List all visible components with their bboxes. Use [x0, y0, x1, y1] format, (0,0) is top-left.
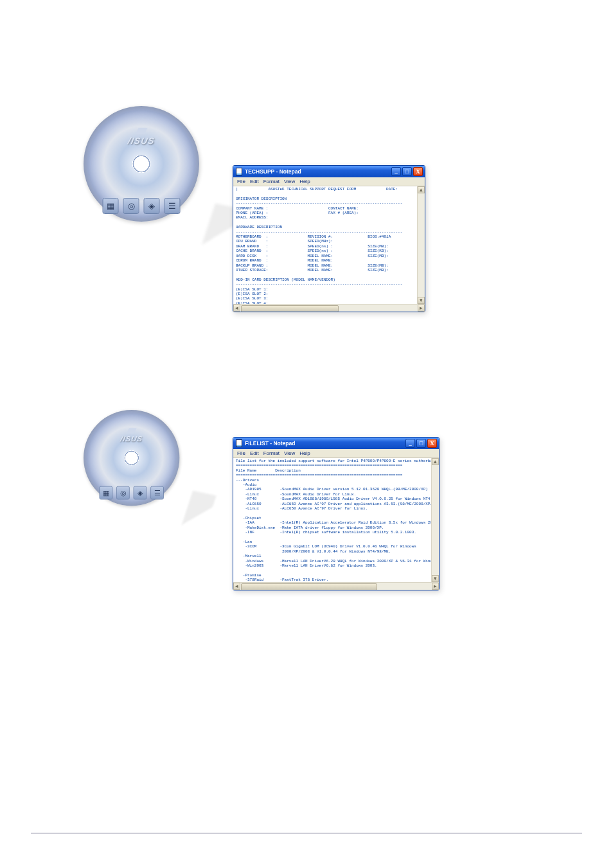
- cd-icon-1: ▦: [99, 486, 112, 500]
- cd-icon-4: ☰: [150, 486, 164, 500]
- scroll-right-icon[interactable]: ▸: [418, 305, 425, 312]
- asus-brand-text: /ISUS: [127, 136, 155, 146]
- close-button[interactable]: X: [413, 167, 423, 176]
- asus-brand-text: /ISUS: [120, 434, 143, 443]
- cd-shadow: [178, 491, 217, 542]
- techsupp-notepad-window: TECHSUPP - Notepad _ □ X File Edit Forma…: [233, 165, 425, 312]
- cd-icon-4: ☰: [164, 198, 181, 214]
- notepad-icon: [236, 439, 242, 447]
- menu-edit[interactable]: Edit: [249, 450, 260, 456]
- text-area[interactable]: | ASUSTeK TECHNICAL SUPPORT REQUEST FORM…: [233, 186, 425, 312]
- cd-icon-2: ◎: [123, 198, 139, 214]
- cd-icon-3: ◈: [134, 486, 147, 500]
- scroll-right-icon[interactable]: ▸: [432, 583, 439, 590]
- titlebar[interactable]: FILELIST - Notepad _ □ X: [233, 438, 439, 449]
- scroll-down-icon[interactable]: ▾: [432, 575, 439, 582]
- scroll-left-icon[interactable]: ◂: [233, 583, 240, 590]
- maximize-button[interactable]: □: [402, 167, 412, 176]
- close-button[interactable]: X: [427, 439, 437, 448]
- menu-format[interactable]: Format: [262, 450, 281, 456]
- techsupp-section: /ISUS ▦ ◎ ◈ ☰ TECHSUPP - Notepad _ □ X F: [84, 106, 199, 224]
- menu-edit[interactable]: Edit: [249, 179, 260, 184]
- h-scrollbar[interactable]: ◂ ▸: [233, 582, 439, 590]
- scroll-down-icon[interactable]: ▾: [418, 297, 425, 304]
- bottom-rule: [31, 833, 582, 834]
- asus-wing-icon: [136, 128, 148, 134]
- scroll-up-icon[interactable]: ▴: [418, 186, 425, 193]
- cd-icon-1: ▦: [103, 198, 119, 214]
- menu-view[interactable]: View: [283, 450, 296, 456]
- filelist-notepad-window: FILELIST - Notepad _ □ X File Edit Forma…: [233, 437, 440, 590]
- cd-icon-bar: ▦ ◎ ◈ ☰: [103, 198, 181, 214]
- asus-logo: /ISUS: [128, 128, 155, 146]
- scroll-up-icon[interactable]: ▴: [432, 458, 439, 465]
- minimize-button[interactable]: _: [405, 439, 415, 448]
- menu-file[interactable]: File: [236, 450, 247, 456]
- menu-bar: File Edit Format View Help: [233, 449, 439, 458]
- maximize-button[interactable]: □: [416, 439, 426, 448]
- cd-icon-2: ◎: [116, 486, 130, 500]
- asus-wing-icon: [127, 428, 136, 433]
- notepad-icon: [236, 168, 242, 175]
- scroll-left-icon[interactable]: ◂: [233, 305, 240, 312]
- menu-bar: File Edit Format View Help: [233, 177, 425, 186]
- menu-help[interactable]: Help: [298, 450, 311, 456]
- cd-icon-bar: ▦ ◎ ◈ ☰: [99, 486, 163, 500]
- menu-help[interactable]: Help: [298, 179, 311, 184]
- cd-disc: /ISUS ▦ ◎ ◈ ☰: [84, 410, 179, 506]
- support-cd-graphic-2: /ISUS ▦ ◎ ◈ ☰: [84, 410, 179, 506]
- minimize-button[interactable]: _: [391, 167, 401, 176]
- h-scroll-thumb[interactable]: [241, 305, 339, 312]
- h-scroll-thumb[interactable]: [241, 583, 377, 590]
- v-scrollbar[interactable]: ▴ ▾: [431, 458, 439, 582]
- techsupp-text: | ASUSTeK TECHNICAL SUPPORT REQUEST FORM…: [236, 187, 421, 306]
- h-scrollbar[interactable]: ◂ ▸: [233, 304, 425, 312]
- support-cd-graphic: /ISUS ▦ ◎ ◈ ☰: [84, 106, 199, 222]
- menu-format[interactable]: Format: [262, 179, 281, 184]
- filelist-text: File list for the included support softw…: [236, 459, 435, 590]
- cd-icon-3: ◈: [144, 198, 160, 214]
- titlebar[interactable]: TECHSUPP - Notepad _ □ X: [233, 166, 425, 177]
- menu-view[interactable]: View: [283, 179, 296, 184]
- filelist-section: /ISUS ▦ ◎ ◈ ☰ FILELIST - Notepad _ □ X F: [84, 410, 199, 528]
- asus-logo: /ISUS: [120, 428, 143, 443]
- text-area[interactable]: File list for the included support softw…: [233, 458, 439, 590]
- menu-file[interactable]: File: [236, 179, 247, 184]
- window-title: TECHSUPP - Notepad: [245, 168, 301, 175]
- v-scrollbar[interactable]: ▴ ▾: [417, 186, 425, 304]
- cd-disc: /ISUS ▦ ◎ ◈ ☰: [84, 106, 199, 222]
- window-title: FILELIST - Notepad: [245, 440, 295, 447]
